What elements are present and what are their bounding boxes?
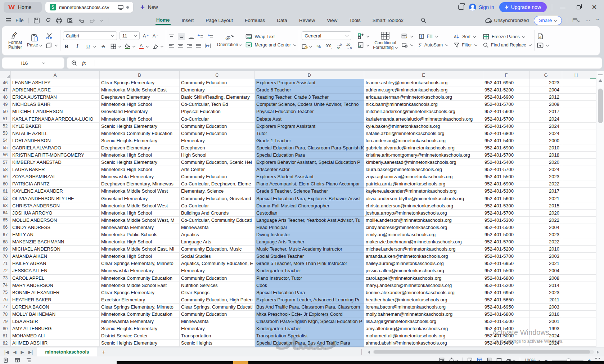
grid-cell-G82[interactable]: 2024: [530, 340, 562, 347]
ribbon-layout-button[interactable]: 🗔: [572, 18, 580, 23]
grid-cell-H54[interactable]: [562, 137, 590, 144]
grid-cell-B72[interactable]: Minnewashta Elementary: [100, 267, 180, 274]
grid-cell-C82[interactable]: Scenic Heights: [180, 340, 255, 347]
vertical-scrollbar[interactable]: [596, 71, 604, 347]
grid-cell-C80[interactable]: Elementary: [180, 325, 255, 332]
grid-cell-F53[interactable]: 952-401-6800: [483, 130, 530, 137]
grid-cell-G46[interactable]: 2023: [530, 79, 562, 86]
align-bottom-icon[interactable]: [188, 34, 194, 39]
grid-cell-D60[interactable]: Piano Accompanist, Elem Choirs-Piano Acc…: [255, 180, 364, 188]
grid-cell-A73[interactable]: CAROL APPEL: [11, 275, 100, 282]
grid-cell-E60[interactable]: patricia.arntz@minnetonkaschools.org: [364, 180, 483, 188]
row-header-47[interactable]: 47: [0, 86, 11, 94]
row-header-51[interactable]: 51: [0, 115, 11, 122]
grid-cell-partial[interactable]: [590, 180, 596, 188]
grid-cell-A66[interactable]: CINDY ANDRESS: [11, 224, 100, 231]
grid-cell-E72[interactable]: jessica.allen@minnetonkaschools.org: [364, 267, 483, 274]
grid-cell-A57[interactable]: KIMBERLY AANESTAD: [11, 159, 100, 166]
grid-cell-C49[interactable]: Co-Curricular, Tech Ed: [180, 101, 255, 108]
grid-cell-partial[interactable]: [590, 224, 596, 231]
grid-cell-C51[interactable]: Co-Curricular: [180, 115, 255, 122]
row-header-78[interactable]: 78: [0, 311, 11, 318]
grid-cell-A79[interactable]: LISA ARGIR: [11, 318, 100, 325]
grid-cell-partial[interactable]: [590, 267, 596, 274]
tab-smart-toolbox[interactable]: Smart Toolbox: [372, 16, 404, 24]
grid-cell-E79[interactable]: lisa.argir@minnetonkaschools.org: [364, 318, 483, 325]
grid-cell-G68[interactable]: 2022: [530, 238, 562, 246]
grid-cell-F64[interactable]: 952-401-5700: [483, 210, 530, 217]
tab-review[interactable]: Review: [298, 16, 316, 24]
grid-cell-C75[interactable]: Clear Springs: [180, 289, 255, 296]
chevron-down-icon[interactable]: [55, 44, 58, 47]
grid-cell-A56[interactable]: KRISTINE ARITT-MONTGOMERY: [11, 152, 100, 159]
grid-cell-G48[interactable]: 2012: [530, 94, 562, 101]
grid-cell-F58[interactable]: 952-401-5700: [483, 166, 530, 173]
grid-cell-C54[interactable]: Elementary: [180, 137, 255, 144]
grid-cell-B74[interactable]: Minnetonka Middle School East: [100, 282, 180, 289]
quick-access-dropdown-icon[interactable]: [100, 19, 103, 22]
row-header-59[interactable]: 59: [0, 173, 11, 180]
grid-cell-partial[interactable]: [590, 195, 596, 202]
grid-cell-partial[interactable]: [590, 202, 596, 210]
grid-cell-partial[interactable]: [590, 296, 596, 304]
decrease-indent-icon[interactable]: [197, 34, 204, 39]
row-header-74[interactable]: 74: [0, 282, 11, 289]
grid-cell-B55[interactable]: Deephaven Elementary: [100, 144, 180, 152]
grid-cell-C69[interactable]: Community Education, Music: [180, 246, 255, 253]
tab-insert[interactable]: Insert: [181, 16, 195, 24]
grid-cell-H68[interactable]: [562, 238, 590, 246]
grid-cell-E49[interactable]: nick.bahr@minnetonkaschools.org: [364, 101, 483, 108]
zoom-formula-icon[interactable]: [71, 60, 77, 66]
row-header-79[interactable]: 79: [0, 318, 11, 325]
grid-cell-A75[interactable]: BONNIE ALEXANDER: [11, 289, 100, 296]
grid-cell-E81[interactable]: mohamed.ali@minnetonkaschools.org: [364, 332, 483, 340]
tab-data[interactable]: Data: [276, 16, 288, 24]
grid-cell-E46[interactable]: leanne.ashley@minnetonkaschools.org: [364, 79, 483, 86]
merge-center-button[interactable]: Merge and Center: [245, 42, 296, 48]
underline-button[interactable]: U: [85, 43, 92, 50]
row-header-69[interactable]: 69: [0, 246, 11, 253]
new-tab-button[interactable]: + New: [140, 4, 158, 11]
grid-cell-B67[interactable]: Minnetonka Public Schools: [100, 231, 180, 238]
add-sheet-button[interactable]: +: [102, 349, 105, 356]
format-painter-button[interactable]: Format Painter: [7, 31, 23, 51]
grid-cell-E77[interactable]: lorena.bacon@minnetonkaschools.org: [364, 304, 483, 311]
grid-cell-E47[interactable]: adrienne.agre@minnetonkaschools.org: [364, 86, 483, 94]
document-tab[interactable]: S minnetonkaschools.csv: [45, 2, 133, 13]
grid-cell-D73[interactable]: Piano Instructor, Tutor: [255, 275, 364, 282]
redo-icon[interactable]: [89, 17, 96, 24]
decrease-decimal-button[interactable]: .00→.0: [345, 43, 352, 50]
chevron-down-icon[interactable]: [132, 45, 135, 48]
grid-cell-E68[interactable]: makenzie.bachmann@minnetonkaschools.org: [364, 238, 483, 246]
grid-cell-H77[interactable]: [562, 304, 590, 311]
grid-cell-C79[interactable]: Minnewashta: [180, 318, 255, 325]
grid-cell-E71[interactable]: hailey.auran@minnetonkaschools.org: [364, 260, 483, 267]
row-header-53[interactable]: 53: [0, 130, 11, 137]
grid-cell-partial[interactable]: [590, 173, 596, 180]
clear-format-icon[interactable]: [152, 44, 158, 49]
grid-cell-B48[interactable]: Deephaven Elementary: [100, 94, 180, 101]
grid-cell-A54[interactable]: LORI ANDERSON: [11, 137, 100, 144]
grid-cell-A71[interactable]: HAILEY AURAN: [11, 260, 100, 267]
chevron-down-icon[interactable]: [161, 45, 163, 48]
grid-cell-C72[interactable]: Elementary: [180, 267, 255, 274]
grid-cell-G81[interactable]: 2024: [530, 332, 562, 340]
grid-cell-B54[interactable]: Scenic Heights Elementary: [100, 137, 180, 144]
search-icon[interactable]: [421, 18, 426, 23]
grid-cell-F50[interactable]: 952-401-5600: [483, 108, 530, 115]
grid-cell-H69[interactable]: [562, 246, 590, 253]
grid-cell-D56[interactable]: Special Education Para: [255, 152, 364, 159]
row-header-68[interactable]: 68: [0, 238, 11, 246]
grid-cell-E66[interactable]: cindy.andress@minnetonkaschools.org: [364, 224, 483, 231]
bold-button[interactable]: B: [63, 43, 70, 50]
chevron-down-icon[interactable]: [366, 44, 369, 47]
grid-cell-F65[interactable]: 952-401-5300: [483, 217, 530, 224]
row-header-46[interactable]: 46: [0, 79, 11, 86]
grid-cell-G65[interactable]: 2022: [530, 217, 562, 224]
grid-cell-E55[interactable]: gabriela.alvarado@minnetonkaschools.org: [364, 144, 483, 152]
grid-cell-F54[interactable]: 952-401-5400: [483, 137, 530, 144]
grid-cell-D80[interactable]: Kindergarten Teacher: [255, 325, 364, 332]
last-sheet-button[interactable]: ▶|: [28, 350, 33, 355]
grid-cell-C59[interactable]: Community Education: [180, 173, 255, 180]
grid-cell-E65[interactable]: mollie.anderson@minnetonkaschools.org: [364, 217, 483, 224]
